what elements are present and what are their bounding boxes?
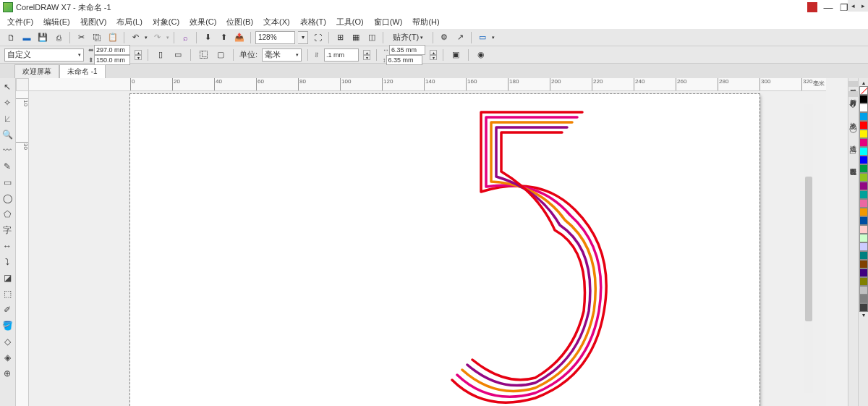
dropshadow-icon[interactable]: ◪ xyxy=(0,271,14,285)
menu-edit[interactable]: 编辑(E) xyxy=(39,16,75,28)
docker-transform[interactable]: 变换 xyxy=(848,114,859,120)
text-tool-icon[interactable]: 字 xyxy=(0,223,14,237)
palette-scroll-down[interactable]: ▾ xyxy=(862,312,865,318)
menu-object[interactable]: 对象(C) xyxy=(148,16,184,28)
swatch[interactable] xyxy=(859,95,868,103)
canvas[interactable] xyxy=(29,91,826,406)
nudge-input[interactable] xyxy=(324,48,359,62)
paste-icon[interactable]: 📋 xyxy=(106,31,119,44)
launch-icon[interactable]: ↗ xyxy=(454,31,467,44)
current-page-icon[interactable]: ▢ xyxy=(214,48,227,62)
page-preset-dropdown[interactable]: 自定义▾ xyxy=(4,48,84,62)
swatch[interactable] xyxy=(859,216,868,225)
quick-customize-icon[interactable]: ⊕ xyxy=(0,366,14,381)
shape-tool-icon[interactable]: ✧ xyxy=(0,96,14,110)
ellipse-tool-icon[interactable]: ◯ xyxy=(0,191,14,206)
menu-effects[interactable]: 效果(C) xyxy=(185,16,221,28)
landscape-icon[interactable]: ▭ xyxy=(171,48,184,62)
swatch[interactable] xyxy=(859,268,868,277)
grid-icon[interactable]: ▦ xyxy=(349,31,362,44)
dup-y-input[interactable] xyxy=(386,55,422,65)
page-height-input[interactable] xyxy=(94,55,130,65)
palette-scroll-up[interactable]: ▴ xyxy=(862,80,865,86)
swatch[interactable] xyxy=(859,112,868,121)
all-pages-icon[interactable]: ⿺ xyxy=(197,48,210,62)
tab-scroll-right[interactable]: ▸ xyxy=(858,0,868,12)
scrollbar-thumb[interactable] xyxy=(805,177,812,321)
swatch[interactable] xyxy=(859,190,868,199)
swatch[interactable] xyxy=(859,208,868,216)
open-icon[interactable]: ▬ xyxy=(20,31,33,44)
menu-file[interactable]: 文件(F) xyxy=(3,16,38,28)
search-icon[interactable]: ⌕ xyxy=(179,31,192,44)
artistic-media-icon[interactable]: ✎ xyxy=(0,159,14,174)
rectangle-tool-icon[interactable]: ▭ xyxy=(0,175,14,190)
docker-lens[interactable]: 透镜 xyxy=(848,138,859,143)
eyedropper-icon[interactable]: ✐ xyxy=(0,303,14,317)
transparency-icon[interactable]: ⬚ xyxy=(0,287,14,301)
menu-layout[interactable]: 布局(L) xyxy=(112,16,146,28)
swatch[interactable] xyxy=(859,260,868,268)
swatch[interactable] xyxy=(859,225,868,234)
print-icon[interactable]: ⎙ xyxy=(52,31,65,44)
crop-tool-icon[interactable]: ⟀ xyxy=(0,111,14,126)
tab-document[interactable]: 未命名 -1 xyxy=(59,64,106,78)
user-icon[interactable] xyxy=(807,2,817,12)
width-spin-up[interactable]: ▴ xyxy=(135,50,142,55)
swatch[interactable] xyxy=(859,130,868,138)
guides-icon[interactable]: ◫ xyxy=(365,31,378,44)
dup-spin-down[interactable]: ▾ xyxy=(430,55,437,60)
save-icon[interactable]: 💾 xyxy=(36,31,49,44)
menu-table[interactable]: 表格(T) xyxy=(296,16,331,28)
rulers-icon[interactable]: ⊞ xyxy=(333,31,346,44)
page[interactable] xyxy=(130,94,760,406)
swatch[interactable] xyxy=(859,251,868,260)
swatch[interactable] xyxy=(859,173,868,182)
menu-help[interactable]: 帮助(H) xyxy=(408,16,443,28)
docker-object-props[interactable]: 对象属性 xyxy=(848,81,859,87)
freehand-tool-icon[interactable]: 〰 xyxy=(0,143,14,158)
menu-text[interactable]: 文本(X) xyxy=(259,16,294,28)
export-icon[interactable]: ⬆ xyxy=(217,31,230,44)
swatch[interactable] xyxy=(859,182,868,190)
minimize-button[interactable]: — xyxy=(823,2,833,12)
copy-icon[interactable]: ⿻ xyxy=(90,31,103,44)
options2-icon[interactable]: ◉ xyxy=(475,48,488,62)
swatch[interactable] xyxy=(859,242,868,251)
swatch[interactable] xyxy=(859,286,868,295)
smartfill-icon[interactable]: ◈ xyxy=(0,350,14,365)
ruler-origin[interactable] xyxy=(16,78,29,91)
options-icon[interactable]: ⚙ xyxy=(438,31,451,44)
tab-welcome[interactable]: 欢迎屏幕 xyxy=(14,64,59,78)
ruler-vertical[interactable]: 1030 xyxy=(16,91,29,406)
app-launcher-icon[interactable]: ▭ xyxy=(476,31,489,44)
unit-dropdown[interactable]: 毫米▾ xyxy=(262,48,302,62)
view-mgr-icon[interactable]: ▭ xyxy=(849,148,858,156)
docker-align[interactable]: 对齐与分布 xyxy=(848,91,859,97)
pick-tool-icon[interactable]: ↖ xyxy=(0,80,14,94)
outline-tool-icon[interactable]: ◇ xyxy=(0,334,14,349)
dup-x-input[interactable] xyxy=(389,45,425,55)
snap-dropdown[interactable]: 贴齐(T)▾ xyxy=(388,31,428,44)
ruler-horizontal[interactable]: 毫米 0204060801001201401601802002202402602… xyxy=(29,78,826,91)
tab-scroll-left[interactable]: ◂ xyxy=(848,0,858,12)
canvas-area[interactable]: 毫米 0204060801001201401601802002202402602… xyxy=(16,78,848,406)
menu-tools[interactable]: 工具(O) xyxy=(332,16,368,28)
zoom-input[interactable] xyxy=(255,31,295,44)
swatch[interactable] xyxy=(859,303,868,312)
fullscreen-icon[interactable]: ⛶ xyxy=(311,31,324,44)
fill-tool-icon[interactable]: 🪣 xyxy=(0,318,14,333)
swatch[interactable] xyxy=(859,156,868,164)
swatch[interactable] xyxy=(859,147,868,156)
treat-as-filled-icon[interactable]: ▣ xyxy=(449,48,462,62)
swatch[interactable] xyxy=(859,199,868,208)
swatch[interactable] xyxy=(859,277,868,286)
nudge-spin-down[interactable]: ▾ xyxy=(363,55,370,60)
publish-icon[interactable]: 📤 xyxy=(233,31,246,44)
artwork-number-5[interactable] xyxy=(441,101,629,406)
menu-window[interactable]: 窗口(W) xyxy=(370,16,407,28)
cut-icon[interactable]: ✂ xyxy=(75,31,88,44)
import-icon[interactable]: ⬇ xyxy=(201,31,214,44)
swatch[interactable] xyxy=(859,234,868,242)
page-width-input[interactable] xyxy=(94,45,130,55)
